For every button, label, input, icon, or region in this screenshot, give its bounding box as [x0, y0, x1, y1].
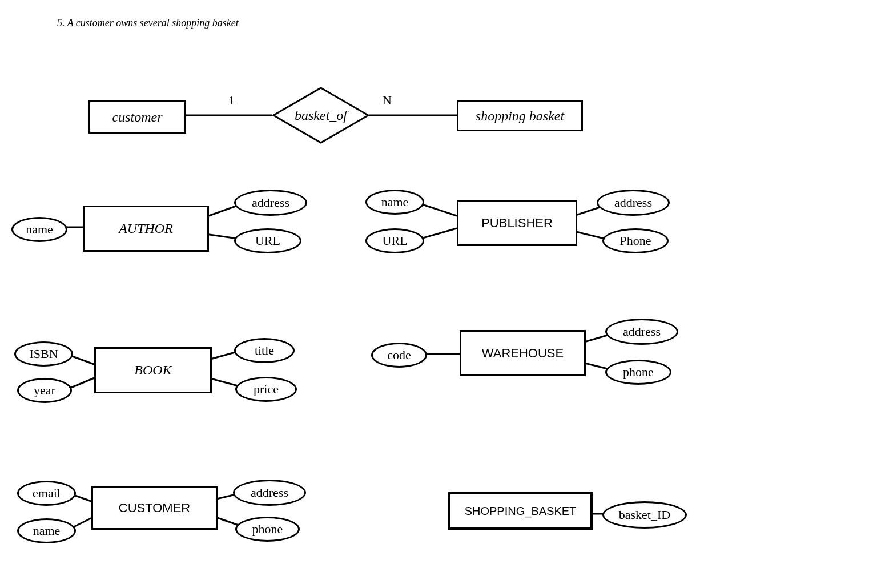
attr-customer-email: email [17, 481, 76, 506]
diagram-caption: 5. A customer owns several shopping bask… [57, 17, 239, 29]
attr-author-address: address [234, 190, 307, 216]
attr-publisher-url: URL [365, 228, 424, 253]
entity-shopping-basket-rel: shopping basket [457, 100, 583, 131]
er-diagram-canvas: 5. A customer owns several shopping bask… [0, 0, 885, 588]
attr-author-name: name [11, 217, 67, 242]
relationship-basket-of: basket_of [272, 87, 369, 144]
attr-author-url: URL [234, 228, 301, 253]
attr-customer-phone: phone [235, 517, 300, 542]
entity-shopping-basket: SHOPPING_BASKET [448, 492, 593, 530]
entity-author: AUTHOR [83, 206, 209, 252]
attr-book-title: title [234, 338, 295, 363]
attr-book-year: year [17, 378, 72, 403]
cardinality-left: 1 [228, 93, 235, 108]
attr-basket-id: basket_ID [602, 501, 687, 529]
attr-warehouse-phone: phone [605, 360, 671, 385]
entity-customer: CUSTOMER [91, 486, 218, 530]
attr-book-price: price [235, 377, 297, 402]
entity-book: BOOK [94, 347, 212, 393]
attr-warehouse-code: code [371, 343, 427, 368]
attr-publisher-name: name [365, 190, 424, 215]
attr-publisher-address: address [597, 190, 670, 216]
entity-publisher: PUBLISHER [457, 200, 577, 246]
attr-publisher-phone: Phone [602, 228, 669, 253]
attr-warehouse-address: address [605, 319, 678, 345]
attr-book-isbn: ISBN [14, 341, 73, 367]
entity-warehouse: WAREHOUSE [460, 330, 586, 376]
attr-customer-address: address [233, 480, 306, 506]
relationship-label: basket_of [295, 108, 347, 123]
cardinality-right: N [383, 93, 392, 108]
entity-customer-rel: customer [88, 100, 186, 134]
attr-customer-name: name [17, 518, 76, 543]
